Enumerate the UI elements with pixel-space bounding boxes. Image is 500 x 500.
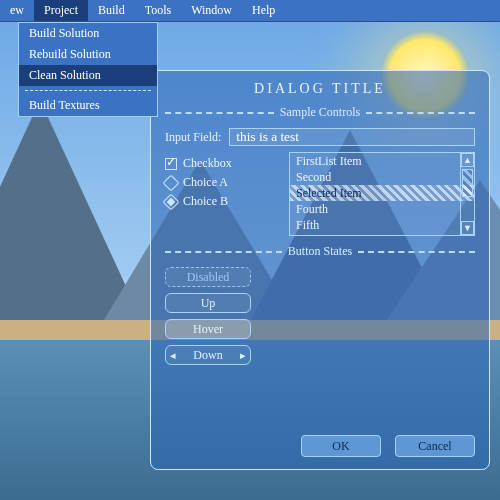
scrollbar[interactable]: ▲ ▼	[460, 153, 474, 235]
list-item-selected[interactable]: Selected Item	[290, 185, 474, 201]
listbox[interactable]: FirstList Item Second Selected Item Four…	[289, 152, 475, 236]
menu-project[interactable]: Project	[34, 0, 88, 21]
input-label: Input Field:	[165, 130, 221, 145]
arrow-left-icon: ◂	[170, 349, 176, 362]
ok-button[interactable]: OK	[301, 435, 381, 457]
menu-build[interactable]: Build	[88, 0, 135, 21]
scroll-track[interactable]	[461, 167, 474, 221]
scroll-thumb[interactable]	[462, 169, 473, 197]
button-hover[interactable]: Hover	[165, 319, 251, 339]
cancel-button[interactable]: Cancel	[395, 435, 475, 457]
menu-view[interactable]: ew	[0, 0, 34, 21]
checkbox-label: Checkbox	[183, 156, 232, 171]
menu-item-clean-solution[interactable]: Clean Solution	[19, 65, 157, 86]
button-down[interactable]: ◂ Down ▸	[165, 345, 251, 365]
menu-item-rebuild-solution[interactable]: Rebuild Solution	[19, 44, 157, 65]
scroll-up-icon[interactable]: ▲	[461, 153, 474, 167]
input-field[interactable]	[229, 128, 475, 146]
radio-a-label: Choice A	[183, 175, 228, 190]
arrow-right-icon: ▸	[240, 349, 246, 362]
menu-project-dropdown: Build Solution Rebuild Solution Clean So…	[18, 22, 158, 117]
button-up[interactable]: Up	[165, 293, 251, 313]
menu-separator	[25, 90, 151, 91]
menu-tools[interactable]: Tools	[135, 0, 182, 21]
menubar: ew Project Build Tools Window Help	[0, 0, 500, 22]
checkbox[interactable]	[165, 158, 177, 170]
list-item[interactable]: Fifth	[290, 217, 474, 233]
radio-b-label: Choice B	[183, 194, 228, 209]
button-disabled: Disabled	[165, 267, 251, 287]
menu-window[interactable]: Window	[181, 0, 242, 21]
radio-choice-a[interactable]	[163, 174, 180, 191]
menu-item-build-solution[interactable]: Build Solution	[19, 23, 157, 44]
dialog: DIALOG TITLE Sample Controls Input Field…	[150, 70, 490, 470]
list-item[interactable]: FirstList Item	[290, 153, 474, 169]
dialog-title: DIALOG TITLE	[165, 81, 475, 97]
group-sample-controls: Sample Controls	[165, 105, 475, 120]
group-button-states: Button States	[165, 244, 475, 259]
list-item[interactable]: Second	[290, 169, 474, 185]
radio-choice-b[interactable]	[163, 193, 180, 210]
menu-item-build-textures[interactable]: Build Textures	[19, 95, 157, 116]
list-item[interactable]: Fourth	[290, 201, 474, 217]
menu-help[interactable]: Help	[242, 0, 285, 21]
scroll-down-icon[interactable]: ▼	[461, 221, 474, 235]
